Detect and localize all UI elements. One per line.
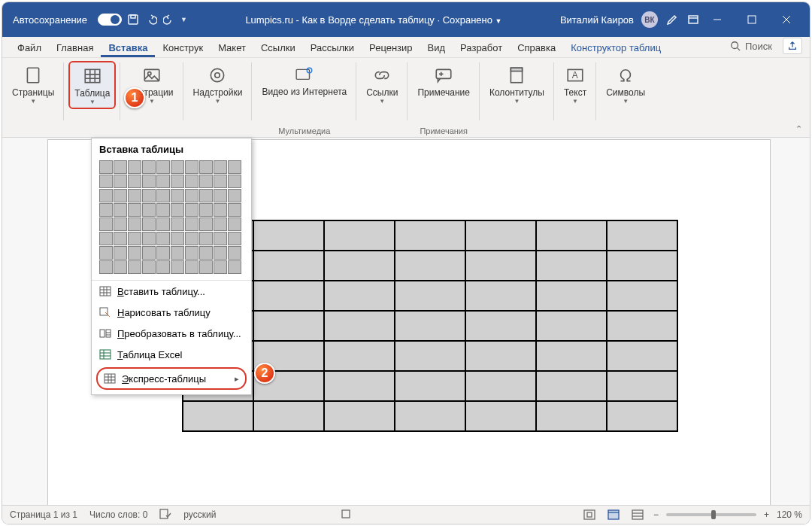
callout-1: 1 [124,87,145,108]
undo-icon[interactable] [144,13,158,26]
titlebar: Автосохранение ▼ Lumpics.ru - Как в Ворд… [2,2,810,37]
zoom-in-button[interactable]: + [764,509,769,520]
svg-point-8 [732,42,738,49]
menu-express-tables[interactable]: Экспресс-таблицы ▸ [96,367,247,390]
redo-icon[interactable] [162,13,176,26]
table-icon [82,65,103,87]
tab-view[interactable]: Вид [420,39,453,57]
menu-insert-table[interactable]: Вставить таблицу... [92,281,251,302]
page-icon [23,65,44,86]
tab-references[interactable]: Ссылки [253,39,303,57]
excel-icon [99,348,111,360]
inserted-table[interactable] [182,220,678,432]
drawing-icon[interactable] [665,13,679,26]
minimize-button[interactable] [700,2,735,37]
tab-developer[interactable]: Разработ [453,39,510,57]
tab-table-design[interactable]: Конструктор таблиц [563,39,668,57]
ribbon-tabs: Файл Главная Вставка Конструк Макет Ссыл… [2,37,810,58]
tab-help[interactable]: Справка [510,39,563,57]
svg-text:A: A [572,70,578,81]
focus-view-icon[interactable] [581,508,598,521]
svg-rect-0 [129,15,138,24]
pages-button[interactable]: Страницы▼ [7,61,59,108]
status-wordcount[interactable]: Число слов: 0 [89,509,147,520]
search-icon [730,41,741,51]
chevron-right-icon: ▸ [235,374,239,384]
symbols-button[interactable]: Символы▼ [601,61,650,108]
svg-rect-52 [608,510,619,519]
search-label[interactable]: Поиск [745,41,772,52]
text-button[interactable]: A Текст▼ [559,61,592,108]
illustrations-icon [141,65,162,86]
draw-icon [99,306,111,318]
svg-rect-50 [584,510,595,519]
svg-rect-22 [436,69,451,78]
maximize-button[interactable] [735,2,769,37]
app-window: Автосохранение ▼ Lumpics.ru - Как в Ворд… [2,2,810,524]
svg-rect-48 [160,509,168,518]
svg-line-9 [738,48,741,51]
svg-point-18 [211,68,224,81]
links-button[interactable]: Ссылки▼ [361,61,403,108]
svg-rect-54 [632,510,643,519]
zoom-level[interactable]: 120 % [777,509,802,520]
tab-layout[interactable]: Макет [211,39,253,57]
tab-design[interactable]: Конструк [155,39,211,57]
svg-rect-5 [748,16,756,23]
ribbon-mode-icon[interactable] [686,13,700,26]
svg-rect-11 [85,69,100,82]
online-video-button[interactable]: Видео из Интернета [256,61,352,101]
web-layout-icon[interactable] [629,508,646,521]
tab-mailings[interactable]: Рассылки [303,39,362,57]
svg-rect-10 [28,68,39,83]
tab-home[interactable]: Главная [49,39,101,57]
user-name[interactable]: Виталий Каиров [560,14,634,26]
grid-icon [99,285,111,297]
spellcheck-icon[interactable] [159,509,171,521]
addins-button[interactable]: Надстройки▼ [188,61,248,108]
convert-icon [99,327,111,339]
autosave-toggle[interactable] [98,14,122,26]
qat-dropdown-icon[interactable]: ▼ [180,16,187,23]
media-group-label: Мультимедиа [252,126,356,135]
print-layout-icon[interactable] [605,508,622,521]
table-button[interactable]: Таблица▼ [68,61,116,109]
svg-rect-1 [131,15,135,18]
status-language[interactable]: русский [183,509,216,520]
table-grid-picker[interactable] [92,160,251,280]
share-button[interactable] [783,38,802,54]
headerfooter-button[interactable]: Колонтитулы▼ [484,61,550,108]
tab-insert[interactable]: Вставка [101,39,155,57]
omega-icon [615,65,636,86]
zoom-slider[interactable] [666,513,756,516]
close-button[interactable] [769,2,804,37]
comment-button[interactable]: Примечание [412,61,474,102]
autosave-label: Автосохранение [13,14,87,26]
grid-icon [104,372,116,385]
headerfooter-icon [506,65,527,86]
svg-rect-34 [100,308,108,315]
svg-rect-35 [100,330,105,337]
zoom-out-button[interactable]: − [653,509,659,520]
comments-group-label: Примечания [408,126,479,135]
svg-rect-49 [342,510,350,518]
collapse-ribbon-icon[interactable]: ⌃ [795,124,802,134]
menu-draw-table[interactable]: Нарисовать таблицу [92,302,251,323]
callout-2: 2 [254,363,275,384]
macro-icon[interactable] [341,509,351,521]
link-icon [371,65,392,86]
tab-file[interactable]: Файл [10,39,49,57]
status-page[interactable]: Страница 1 из 1 [10,509,77,520]
tab-review[interactable]: Рецензир [362,39,420,57]
addins-icon [207,65,228,86]
svg-point-19 [215,73,220,78]
textbox-icon: A [565,65,586,86]
svg-rect-39 [100,350,111,359]
menu-excel-table[interactable]: Таблица Excel [92,344,251,365]
user-avatar[interactable]: ВК [641,11,658,28]
save-icon[interactable] [126,13,140,26]
menu-convert-table[interactable]: Преобразовать в таблицу... [92,323,251,344]
comment-icon [433,65,454,86]
svg-rect-29 [100,287,111,296]
document-title: Lumpics.ru - Как в Ворде сделать таблицу… [187,14,560,26]
